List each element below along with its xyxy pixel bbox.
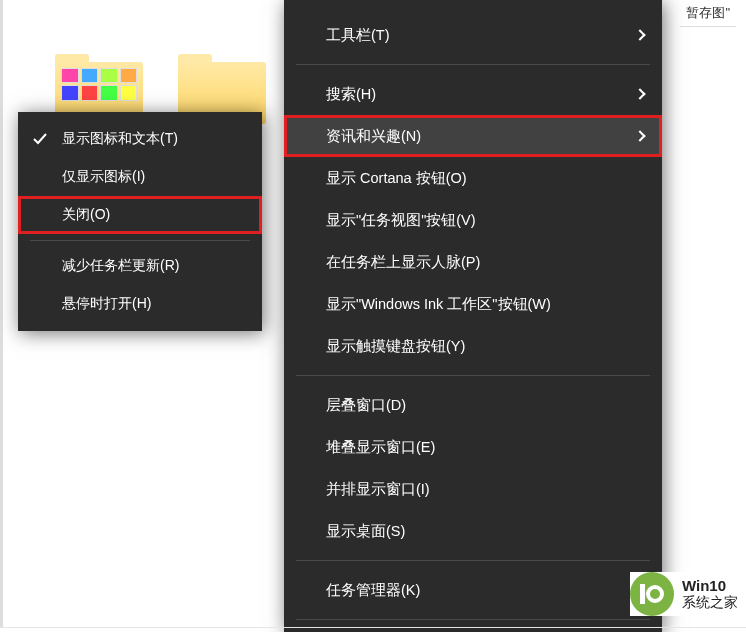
chevron-right-icon	[634, 29, 645, 40]
menu-item-label: 搜索(H)	[326, 85, 376, 104]
menu-separator	[296, 64, 650, 65]
check-icon	[32, 131, 48, 147]
folder-thumbnails	[61, 68, 137, 118]
submenu-item-show-icon-text[interactable]: 显示图标和文本(T)	[18, 120, 262, 158]
menu-item-toolbars[interactable]: 工具栏(T)	[284, 14, 662, 56]
menu-item-label: 层叠窗口(D)	[326, 396, 406, 415]
menu-item-label: 资讯和兴趣(N)	[326, 127, 421, 146]
watermark-text: Win10 系统之家	[682, 578, 738, 610]
submenu-item-label: 悬停时打开(H)	[62, 295, 151, 313]
menu-item-side-by-side[interactable]: 并排显示窗口(I)	[284, 468, 662, 510]
menu-item-label: 显示"任务视图"按钮(V)	[326, 211, 476, 230]
left-separator	[0, 0, 3, 628]
menu-item-label: 显示触摸键盘按钮(Y)	[326, 337, 465, 356]
taskbar-context-menu[interactable]: 工具栏(T) 搜索(H) 资讯和兴趣(N) 显示 Cortana 按钮(O) 显…	[284, 0, 662, 632]
watermark-line2: 系统之家	[682, 595, 738, 610]
submenu-item-label: 减少任务栏更新(R)	[62, 257, 179, 275]
submenu-item-reduce-updates[interactable]: 减少任务栏更新(R)	[18, 247, 262, 285]
submenu-item-show-icon-only[interactable]: 仅显示图标(I)	[18, 158, 262, 196]
menu-item-lock-taskbar[interactable]: 锁定任务栏(L)	[284, 628, 662, 632]
menu-item-label: 并排显示窗口(I)	[326, 480, 430, 499]
menu-item-search[interactable]: 搜索(H)	[284, 73, 662, 115]
menu-separator	[296, 619, 650, 620]
submenu-item-label: 仅显示图标(I)	[62, 168, 145, 186]
menu-item-label: 堆叠显示窗口(E)	[326, 438, 435, 457]
submenu-item-open-on-hover[interactable]: 悬停时打开(H)	[18, 285, 262, 323]
menu-item-stack-windows[interactable]: 堆叠显示窗口(E)	[284, 426, 662, 468]
menu-item-show-ink-workspace[interactable]: 显示"Windows Ink 工作区"按钮(W)	[284, 283, 662, 325]
menu-item-news-interests[interactable]: 资讯和兴趣(N)	[284, 115, 662, 157]
win10-badge-icon	[630, 572, 674, 616]
menu-item-task-manager[interactable]: 任务管理器(K)	[284, 569, 662, 611]
menu-separator	[296, 560, 650, 561]
menu-item-show-touch-keyboard[interactable]: 显示触摸键盘按钮(Y)	[284, 325, 662, 367]
menu-separator	[296, 375, 650, 376]
bottom-divider	[0, 627, 746, 628]
submenu-item-close[interactable]: 关闭(O)	[18, 196, 262, 234]
submenu-item-label: 关闭(O)	[62, 206, 110, 224]
menu-item-show-desktop[interactable]: 显示桌面(S)	[284, 510, 662, 552]
menu-item-label: 显示 Cortana 按钮(O)	[326, 169, 467, 188]
watermark-logo: Win10 系统之家	[630, 572, 738, 616]
submenu-item-label: 显示图标和文本(T)	[62, 130, 178, 148]
chevron-right-icon	[634, 130, 645, 141]
menu-item-show-cortana[interactable]: 显示 Cortana 按钮(O)	[284, 157, 662, 199]
menu-item-label: 显示桌面(S)	[326, 522, 405, 541]
news-interests-submenu[interactable]: 显示图标和文本(T) 仅显示图标(I) 关闭(O) 减少任务栏更新(R) 悬停时…	[18, 112, 262, 331]
menu-item-cascade-windows[interactable]: 层叠窗口(D)	[284, 384, 662, 426]
menu-item-show-people[interactable]: 在任务栏上显示人脉(P)	[284, 241, 662, 283]
watermark-line1: Win10	[682, 578, 738, 595]
menu-item-show-taskview[interactable]: 显示"任务视图"按钮(V)	[284, 199, 662, 241]
menu-separator	[30, 240, 250, 241]
partial-tooltip: 暂存图"	[680, 2, 736, 27]
menu-item-label: 显示"Windows Ink 工作区"按钮(W)	[326, 295, 551, 314]
menu-item-label: 在任务栏上显示人脉(P)	[326, 253, 480, 272]
menu-item-label: 工具栏(T)	[326, 26, 390, 45]
chevron-right-icon	[634, 88, 645, 99]
menu-item-label: 任务管理器(K)	[326, 581, 420, 600]
